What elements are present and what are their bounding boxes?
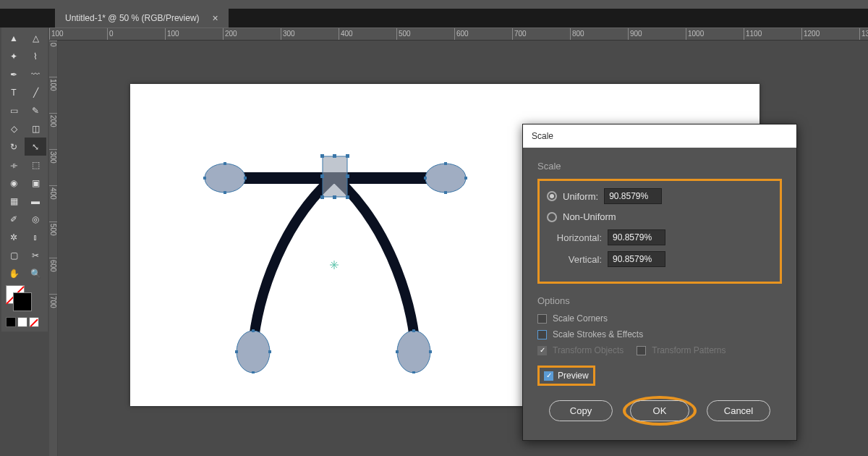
selection-tool[interactable]: ▲ [3,29,25,47]
scale-tool[interactable]: ⤡ [25,138,46,156]
rotate-tool[interactable]: ↻ [3,138,25,156]
curvature-tool[interactable]: 〰 [25,65,46,83]
color-mode[interactable] [6,317,16,327]
scale-strokes-label: Scale Strokes & Effects [553,329,643,339]
svg-rect-18 [412,371,415,373]
svg-rect-25 [320,174,324,178]
ruler-tick: 0 [49,41,57,77]
zoom-tool[interactable]: 🔍 [25,264,46,282]
cancel-button[interactable]: Cancel [707,400,770,421]
svg-point-3 [237,331,270,373]
svg-rect-14 [252,371,255,373]
gradient-mode[interactable] [17,317,27,327]
type-tool[interactable]: T [3,83,25,101]
mesh-tool[interactable]: ▦ [3,192,25,210]
stroke-swatch[interactable] [13,292,32,311]
ruler-tick: 200 [223,28,281,40]
svg-rect-20 [429,350,432,353]
eyedropper-tool[interactable]: ✐ [3,210,25,228]
close-icon[interactable]: × [213,12,218,24]
svg-rect-27 [320,195,324,199]
svg-rect-17 [412,329,415,332]
transform-objects-label: Transform Objects [553,345,624,355]
free-transform-tool[interactable]: ⬚ [25,156,46,174]
ruler-horizontal: 1000100200300400500600700800900100011001… [49,28,868,41]
scale-corners-checkbox[interactable] [537,314,547,324]
rectangle-tool[interactable]: ▭ [3,101,25,119]
ruler-tick: 400 [339,28,396,40]
fill-stroke-swatches[interactable] [3,282,46,330]
horizontal-label: Horizontal: [547,232,602,243]
none-mode[interactable] [29,317,39,327]
hand-tool[interactable]: ✋ [3,264,25,282]
ruler-tick: 100 [49,28,107,40]
svg-point-1 [205,164,245,193]
lasso-tool[interactable]: ⌇ [25,47,46,65]
width-tool[interactable]: ⟛ [3,156,25,174]
svg-rect-10 [444,191,447,194]
dialog-title-text: Scale [532,131,553,141]
svg-rect-13 [252,329,255,332]
direct-selection-tool[interactable]: △ [25,29,46,47]
svg-rect-6 [224,191,226,194]
ruler-tick: 600 [49,258,57,294]
line-tool[interactable]: ╱ [25,83,46,101]
ruler-tick: 300 [281,28,339,40]
preview-checkbox[interactable] [544,371,553,381]
svg-rect-29 [346,195,349,199]
scale-strokes-checkbox[interactable] [537,330,547,339]
transform-objects-checkbox [537,346,547,355]
scale-highlight: Uniform: Non-Uniform Horizontal: Vertica… [537,179,782,284]
slice-tool[interactable]: ✂ [25,246,46,264]
perspective-tool[interactable]: ▣ [25,174,46,192]
paintbrush-tool[interactable]: ✎ [25,101,46,119]
uniform-label: Uniform: [563,191,598,202]
column-graph-tool[interactable]: ⫾ [25,228,46,246]
scale-corners-label: Scale Corners [553,313,608,324]
menubar [0,0,868,9]
ruler-vertical: 0100200300400500600700 [49,41,58,456]
shape-builder-tool[interactable]: ◉ [3,174,25,192]
blend-tool[interactable]: ◎ [25,210,46,228]
svg-rect-16 [268,350,271,353]
symbol-sprayer-tool[interactable]: ✲ [3,228,25,246]
ruler-tick: 0 [107,28,165,40]
svg-rect-5 [224,162,226,165]
svg-point-4 [397,331,430,373]
horizontal-input[interactable] [608,229,665,245]
scale-dialog: Scale Scale Uniform: Non-Uniform Horizon… [522,124,797,441]
gradient-tool[interactable]: ▬ [25,192,46,210]
pen-tool[interactable]: ✒ [3,65,25,83]
ruler-tick: 1300 [859,28,868,40]
uniform-radio[interactable] [547,191,557,201]
tab-title: Untitled-1* @ 50 % (RGB/Preview) [65,13,200,23]
preview-label: Preview [558,371,589,381]
document-tab[interactable]: Untitled-1* @ 50 % (RGB/Preview) × [55,9,229,28]
ruler-tick: 700 [512,28,570,40]
toolbox: ▲△✦⌇✒〰T╱▭✎◇◫↻⤡⟛⬚◉▣▦▬✐◎✲⫾▢✂✋🔍 [1,28,48,332]
shaper-tool[interactable]: ◇ [3,119,25,138]
svg-point-2 [425,164,466,193]
eraser-tool[interactable]: ◫ [25,119,46,138]
canvas[interactable]: Scale Scale Uniform: Non-Uniform Horizon… [58,41,868,456]
ruler-tick: 800 [570,28,628,40]
artboard-tool[interactable]: ▢ [3,246,25,264]
uniform-input[interactable] [604,188,662,204]
svg-rect-11 [424,177,427,180]
preview-highlight: Preview [537,366,595,386]
ok-button[interactable]: OK [630,400,689,421]
ruler-tick: 600 [454,28,512,40]
document-tabs: Untitled-1* @ 50 % (RGB/Preview) × [0,9,868,28]
magic-wand-tool[interactable]: ✦ [3,47,25,65]
ruler-tick: 100 [49,77,57,113]
vertical-input[interactable] [608,251,665,267]
ok-highlight: OK [623,396,697,426]
svg-rect-26 [346,174,349,178]
dialog-title: Scale [523,124,796,148]
svg-rect-24 [346,154,349,158]
svg-rect-7 [203,177,206,180]
nonuniform-radio[interactable] [547,212,557,222]
copy-button[interactable]: Copy [549,400,613,421]
svg-rect-28 [333,195,336,199]
ruler-tick: 500 [49,221,57,258]
